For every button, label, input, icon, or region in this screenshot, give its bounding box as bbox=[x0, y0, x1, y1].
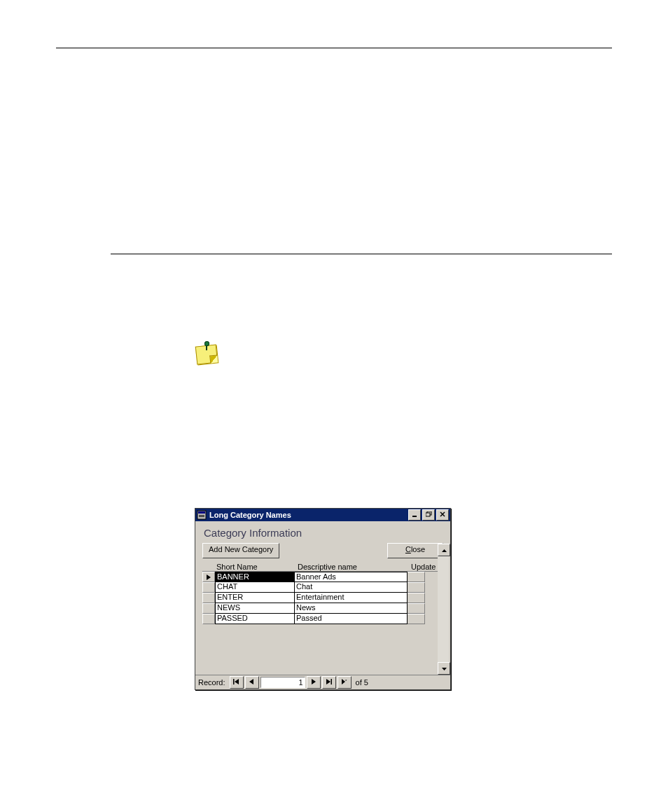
long-category-names-dialog: Long Category Names bbox=[195, 508, 451, 690]
row-current-indicator bbox=[207, 574, 211, 580]
row-selector[interactable] bbox=[202, 614, 215, 624]
close-button[interactable]: Close bbox=[387, 543, 443, 558]
svg-marker-16 bbox=[326, 679, 330, 684]
cell-update-button[interactable] bbox=[408, 603, 425, 614]
scroll-up-icon bbox=[442, 547, 447, 553]
svg-text:*: * bbox=[345, 679, 347, 683]
add-new-category-button[interactable]: Add New Category bbox=[202, 543, 279, 558]
scroll-up-button[interactable] bbox=[438, 544, 450, 556]
record-label: Record: bbox=[198, 678, 225, 687]
row-selector[interactable] bbox=[202, 593, 215, 603]
svg-rect-1 bbox=[198, 511, 205, 514]
svg-marker-11 bbox=[442, 668, 447, 670]
column-header-descriptive-name: Descriptive name bbox=[296, 563, 410, 571]
minimize-icon bbox=[412, 511, 417, 518]
nav-first-button[interactable] bbox=[230, 676, 244, 689]
window-close-button[interactable] bbox=[436, 509, 449, 521]
nav-prev-icon bbox=[249, 679, 254, 686]
cell-descriptive-name[interactable]: Passed bbox=[295, 614, 408, 624]
svg-rect-4 bbox=[412, 516, 417, 517]
cell-update-button[interactable] bbox=[408, 614, 425, 624]
record-of-label: of 5 bbox=[356, 678, 368, 687]
column-header-short-name: Short Name bbox=[215, 563, 296, 571]
titlebar[interactable]: Long Category Names bbox=[195, 509, 450, 521]
cell-short-name[interactable]: NEWS bbox=[215, 603, 295, 614]
table-row[interactable]: BANNERBanner Ads bbox=[202, 572, 443, 582]
cell-update-button[interactable] bbox=[408, 582, 425, 593]
cell-short-name[interactable]: PASSED bbox=[215, 614, 295, 624]
category-information-heading: Category Information bbox=[204, 527, 443, 539]
close-button-accesskey: C bbox=[405, 545, 411, 553]
minimize-button[interactable] bbox=[408, 509, 421, 521]
cell-update-button[interactable] bbox=[408, 593, 425, 603]
scrollbar-track[interactable] bbox=[438, 556, 449, 662]
form-icon bbox=[197, 510, 207, 520]
svg-marker-13 bbox=[235, 679, 239, 684]
record-number-field[interactable]: 1 bbox=[260, 677, 305, 688]
svg-marker-14 bbox=[249, 679, 253, 684]
svg-rect-12 bbox=[233, 679, 235, 684]
restore-button[interactable] bbox=[422, 509, 435, 521]
svg-marker-10 bbox=[442, 549, 447, 552]
scroll-down-icon bbox=[442, 666, 447, 672]
nav-new-record-button[interactable]: * bbox=[338, 676, 352, 689]
svg-rect-3 bbox=[199, 516, 204, 517]
nav-last-icon bbox=[326, 679, 332, 686]
row-selector[interactable] bbox=[202, 603, 215, 614]
note-icon bbox=[195, 343, 217, 364]
cell-descriptive-name[interactable]: Banner Ads bbox=[295, 572, 408, 582]
close-icon bbox=[440, 511, 445, 518]
cell-short-name[interactable]: BANNER bbox=[215, 572, 295, 582]
cell-descriptive-name[interactable]: News bbox=[295, 603, 408, 614]
table-row[interactable]: PASSEDPassed bbox=[202, 614, 443, 624]
vertical-scrollbar[interactable] bbox=[438, 544, 449, 675]
nav-first-icon bbox=[233, 679, 239, 686]
nav-last-button[interactable] bbox=[322, 676, 336, 689]
table-row[interactable]: CHATChat bbox=[202, 582, 443, 593]
row-selector[interactable] bbox=[202, 572, 215, 582]
page-mid-rule bbox=[111, 254, 612, 254]
category-grid: BANNERBanner AdsCHATChatENTEREntertainme… bbox=[202, 571, 443, 624]
scroll-down-button[interactable] bbox=[438, 662, 450, 675]
cell-short-name[interactable]: ENTER bbox=[215, 593, 295, 603]
column-headers: Short Name Descriptive name Update bbox=[202, 563, 443, 571]
nav-next-button[interactable] bbox=[307, 676, 321, 689]
svg-rect-17 bbox=[331, 679, 333, 684]
nav-prev-button[interactable] bbox=[245, 676, 259, 689]
nav-new-icon: * bbox=[341, 679, 348, 686]
table-row[interactable]: NEWSNews bbox=[202, 603, 443, 614]
svg-marker-15 bbox=[312, 679, 316, 684]
cell-update-button[interactable] bbox=[408, 572, 425, 582]
page-top-rule bbox=[56, 48, 612, 48]
add-new-category-label: Add New Category bbox=[209, 545, 273, 553]
cell-descriptive-name[interactable]: Entertainment bbox=[295, 593, 408, 603]
svg-rect-6 bbox=[426, 513, 430, 516]
row-selector[interactable] bbox=[202, 582, 215, 593]
window-title: Long Category Names bbox=[209, 511, 407, 519]
table-row[interactable]: ENTEREntertainment bbox=[202, 593, 443, 603]
close-button-label-rest: lose bbox=[411, 545, 425, 553]
record-navigator: Record: 1 bbox=[195, 675, 450, 689]
svg-rect-2 bbox=[199, 515, 204, 516]
dialog-body: Category Information Add New Category Cl… bbox=[195, 521, 450, 675]
cell-short-name[interactable]: CHAT bbox=[215, 582, 295, 593]
nav-next-icon bbox=[311, 679, 316, 686]
svg-marker-9 bbox=[207, 574, 211, 580]
restore-icon bbox=[426, 511, 432, 518]
cell-descriptive-name[interactable]: Chat bbox=[295, 582, 408, 593]
